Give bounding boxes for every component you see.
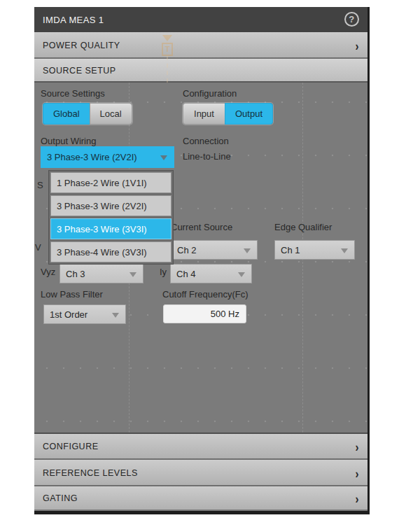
- source-settings-toggle: Global Local: [43, 103, 132, 125]
- global-button[interactable]: Global: [43, 103, 90, 125]
- output-button[interactable]: Output: [225, 103, 273, 125]
- dropdown-arrow-icon: [244, 248, 251, 253]
- vyz-dropdown[interactable]: Ch 3: [59, 264, 144, 283]
- cutoff-frequency-label: Cutoff Frequency(Fc): [162, 289, 248, 300]
- local-button[interactable]: Local: [90, 103, 132, 125]
- chevron-right-icon: ›: [356, 465, 360, 480]
- section-gating[interactable]: GATING ›: [34, 486, 368, 510]
- panel-titlebar: IMDA MEAS 1 ?: [34, 7, 368, 32]
- dropdown-arrow-icon: [341, 248, 348, 253]
- sync-source-label-fragment: S: [37, 180, 43, 190]
- vyz-value: Ch 3: [66, 269, 85, 279]
- chevron-right-icon: ›: [356, 439, 360, 454]
- dropdown-arrow-icon: [130, 272, 136, 277]
- ix-value: Ch 2: [177, 245, 196, 255]
- connection-value: Line-to-Line: [183, 151, 231, 162]
- output-wiring-label: Output Wiring: [41, 136, 96, 146]
- section-reference-levels[interactable]: REFERENCE LEVELS ›: [34, 460, 368, 486]
- section-configure-label: CONFIGURE: [43, 442, 99, 451]
- help-icon[interactable]: ?: [344, 12, 359, 27]
- iy-label: Iy: [160, 267, 167, 277]
- source-settings-label: Source Settings: [41, 88, 105, 99]
- imda-meas-panel: IMDA MEAS 1 ? T POWER QUALITY › SOURCE S…: [34, 7, 370, 514]
- connection-label: Connection: [183, 136, 229, 146]
- input-button[interactable]: Input: [183, 103, 225, 125]
- dropdown-arrow-icon: [160, 155, 167, 160]
- section-source-setup-label: SOURCE SETUP: [43, 66, 116, 76]
- section-reference-levels-label: REFERENCE LEVELS: [43, 468, 138, 478]
- edge-qualifier-value: Ch 1: [281, 245, 300, 255]
- current-source-label: Current Source: [171, 222, 232, 232]
- vyz-label: Vyz: [41, 267, 55, 277]
- chevron-right-icon: ›: [356, 491, 360, 505]
- source-setup-content: Source Settings Global Local Configurati…: [34, 83, 368, 433]
- section-power-quality-label: POWER QUALITY: [43, 41, 120, 50]
- option-3phase-4wire[interactable]: 3 Phase-4 Wire (3V3I): [50, 241, 172, 262]
- low-pass-filter-label: Low Pass Filter: [41, 289, 103, 300]
- output-wiring-value: 3 Phase-3 Wire (2V2I): [47, 152, 137, 162]
- edge-qualifier-label: Edge Qualifier: [274, 222, 332, 232]
- option-1phase-2wire[interactable]: 1 Phase-2 Wire (1V1I): [50, 172, 172, 193]
- panel-title: IMDA MEAS 1: [43, 15, 104, 25]
- option-3phase-3wire-2v2i[interactable]: 3 Phase-3 Wire (2V2I): [50, 195, 172, 216]
- option-3phase-3wire-3v3i[interactable]: 3 Phase-3 Wire (3V3I): [50, 218, 172, 239]
- edge-qualifier-dropdown[interactable]: Ch 1: [274, 240, 355, 260]
- vxy-label-fragment: V: [35, 242, 41, 253]
- section-gating-label: GATING: [43, 493, 78, 503]
- iy-dropdown[interactable]: Ch 4: [170, 264, 252, 283]
- section-source-setup[interactable]: SOURCE SETUP: [34, 59, 368, 83]
- cutoff-frequency-input[interactable]: 500 Hz: [163, 304, 246, 323]
- iy-value: Ch 4: [176, 269, 195, 279]
- configuration-toggle: Input Output: [183, 103, 273, 125]
- output-wiring-dropdown[interactable]: 3 Phase-3 Wire (2V2I): [41, 146, 174, 168]
- section-power-quality[interactable]: POWER QUALITY ›: [34, 32, 368, 59]
- low-pass-filter-value: 1st Order: [50, 309, 88, 320]
- output-wiring-options-list: 1 Phase-2 Wire (1V1I) 3 Phase-3 Wire (2V…: [48, 170, 174, 265]
- low-pass-filter-dropdown[interactable]: 1st Order: [43, 304, 126, 324]
- dropdown-arrow-icon: [238, 272, 245, 277]
- cutoff-frequency-value: 500 Hz: [211, 309, 239, 319]
- configuration-label: Configuration: [183, 88, 237, 99]
- dropdown-arrow-icon: [112, 313, 119, 318]
- ix-dropdown[interactable]: Ch 2: [171, 240, 258, 260]
- section-configure[interactable]: CONFIGURE ›: [34, 433, 368, 460]
- chevron-right-icon: ›: [356, 38, 360, 52]
